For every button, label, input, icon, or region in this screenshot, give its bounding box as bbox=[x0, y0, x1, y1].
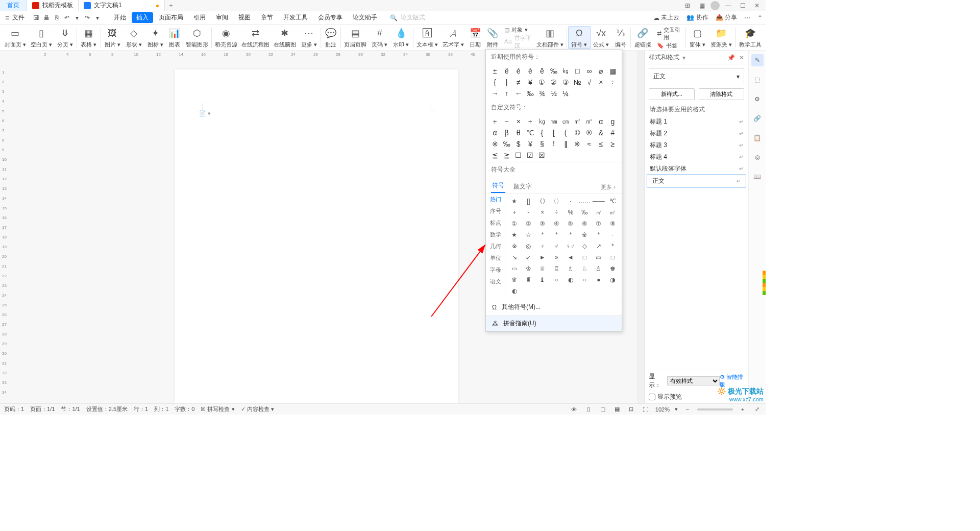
rb-watermark[interactable]: 💧水印 ▾ bbox=[390, 27, 412, 49]
rb-textbox[interactable]: 🄰文本框 ▾ bbox=[414, 27, 440, 49]
symbol-※[interactable]: ※ bbox=[489, 138, 501, 150]
symbol-−[interactable]: − bbox=[501, 116, 512, 127]
coop-link[interactable]: 👥 协作 bbox=[687, 13, 708, 22]
symbol-ë[interactable]: ë bbox=[501, 65, 512, 77]
style-item-3[interactable]: 标题 4↵ bbox=[645, 151, 748, 163]
symbol-α[interactable]: α bbox=[489, 127, 501, 138]
document-page[interactable]: 📄 ▾ bbox=[175, 69, 458, 403]
layout-icon[interactable]: ⊞ bbox=[682, 1, 693, 10]
symbol-★[interactable]: ★ bbox=[507, 196, 522, 207]
sym-pinyin[interactable]: ⁂拼音指南(U) bbox=[486, 315, 622, 331]
symbol-※[interactable]: ※ bbox=[572, 138, 583, 150]
menu-layout[interactable]: 页面布局 bbox=[154, 12, 188, 23]
sym-cat-0[interactable]: 热门 bbox=[486, 194, 505, 205]
sym-cat-6[interactable]: 字母 bbox=[486, 264, 505, 276]
style-item-5[interactable]: 正文↵ bbox=[647, 175, 746, 187]
symbol-¼[interactable]: ¼ bbox=[560, 88, 572, 99]
symbol-≠[interactable]: ≠ bbox=[512, 77, 524, 88]
symbol-！[interactable]: ！ bbox=[548, 138, 559, 150]
symbol-*[interactable]: * bbox=[606, 240, 620, 252]
pin-icon[interactable]: 📌 bbox=[727, 54, 735, 61]
rb-pagebreak[interactable]: ⤋分页 ▾ bbox=[54, 27, 76, 49]
avatar[interactable] bbox=[710, 1, 720, 10]
symbol-÷[interactable]: ÷ bbox=[524, 116, 536, 127]
rail-circle-icon[interactable]: ◎ bbox=[751, 151, 764, 163]
symbol-□[interactable]: □ bbox=[606, 252, 620, 263]
symbol-③[interactable]: ③ bbox=[560, 77, 572, 88]
style-item-4[interactable]: 默认段落字体↵ bbox=[645, 163, 748, 175]
symbol-→[interactable]: → bbox=[489, 88, 501, 99]
symbol-▦[interactable]: ▦ bbox=[607, 65, 619, 77]
symbol-②[interactable]: ② bbox=[522, 218, 536, 229]
symbol-([interactable]: ( bbox=[560, 127, 572, 138]
style-item-1[interactable]: 标题 2↵ bbox=[645, 128, 748, 139]
symbol-×[interactable]: × bbox=[535, 207, 550, 218]
collapse-ribbon[interactable]: ⌃ bbox=[757, 14, 763, 21]
rb-pagenum[interactable]: #页码 ▾ bbox=[369, 27, 390, 49]
symbol-‖[interactable]: ‖ bbox=[560, 138, 572, 150]
undo-icon[interactable]: ↶ bbox=[63, 14, 70, 21]
symbol-↙[interactable]: ↙ bbox=[522, 252, 536, 263]
symbol-®[interactable]: ® bbox=[583, 127, 595, 138]
rb-shape[interactable]: ◇形状 ▾ bbox=[123, 27, 144, 49]
symbol-㎏[interactable]: ㎏ bbox=[560, 65, 572, 77]
symbol-§[interactable]: § bbox=[536, 138, 548, 150]
zoom-out[interactable]: − bbox=[683, 406, 692, 413]
rb-symbol[interactable]: Ω符号 ▾ bbox=[568, 26, 591, 49]
symbol-☐[interactable]: ☐ bbox=[512, 150, 524, 161]
symbol-○[interactable]: ○ bbox=[578, 274, 592, 285]
symbol-♙[interactable]: ♙ bbox=[592, 263, 606, 274]
symbol-♕[interactable]: ♕ bbox=[535, 263, 550, 274]
symbol-·[interactable]: · bbox=[606, 229, 620, 240]
symbol-%[interactable]: % bbox=[564, 207, 578, 218]
rb-drop[interactable]: A≣ 首字下沉 bbox=[504, 34, 532, 50]
symbol-⌀[interactable]: ⌀ bbox=[595, 65, 607, 77]
menu-insert[interactable]: 插入 bbox=[132, 12, 153, 23]
symbol-℃[interactable]: ℃ bbox=[606, 196, 620, 207]
symbol-♔[interactable]: ♔ bbox=[522, 263, 536, 274]
rb-object[interactable]: ◫ 对象 ▾ bbox=[504, 26, 532, 34]
symbol-$[interactable]: $ bbox=[512, 138, 524, 150]
zoom-in[interactable]: + bbox=[738, 406, 747, 413]
rb-chart[interactable]: 📊图表 bbox=[166, 27, 183, 49]
file-menu[interactable]: 文件 bbox=[12, 13, 24, 22]
symbol-[[interactable]: [ bbox=[548, 127, 559, 138]
symbol-‰[interactable]: ‰ bbox=[548, 65, 559, 77]
symbol-♀♂[interactable]: ♀♂ bbox=[564, 240, 578, 252]
symbol-◎[interactable]: ◎ bbox=[522, 240, 536, 252]
symbol-+[interactable]: + bbox=[507, 207, 522, 218]
preview-icon[interactable]: ⎘ bbox=[53, 14, 60, 21]
status-content[interactable]: ✓ 内容检查 ▾ bbox=[241, 405, 274, 413]
symbol-㎡[interactable]: ㎡ bbox=[592, 207, 606, 218]
symbol-≥[interactable]: ≥ bbox=[607, 138, 619, 150]
symbol-↑[interactable]: ↑ bbox=[501, 88, 512, 99]
rb-more[interactable]: ⋯更多 ▾ bbox=[298, 27, 320, 49]
symbol-☑[interactable]: ☑ bbox=[524, 150, 536, 161]
symbol-α[interactable]: α bbox=[595, 116, 607, 127]
symbol-※[interactable]: ※ bbox=[578, 229, 592, 240]
sym-cat-2[interactable]: 标点 bbox=[486, 217, 505, 229]
symbol-¥[interactable]: ¥ bbox=[524, 138, 536, 150]
symbol-θ[interactable]: θ bbox=[512, 127, 524, 138]
current-style[interactable]: 正文▾ bbox=[649, 68, 744, 84]
symbol-#[interactable]: # bbox=[607, 127, 619, 138]
rail-settings-icon[interactable]: ⚙ bbox=[751, 93, 764, 105]
fullscreen-icon[interactable]: ⤢ bbox=[752, 406, 762, 413]
symbol-▭[interactable]: ▭ bbox=[592, 252, 606, 263]
symbol-㎝[interactable]: ㎝ bbox=[560, 116, 572, 127]
more-menu[interactable]: ⋯ bbox=[744, 14, 750, 21]
zoom-slider[interactable] bbox=[697, 408, 733, 411]
rb-pic[interactable]: 🖼图片 ▾ bbox=[102, 27, 124, 49]
redo-icon[interactable]: ↷ bbox=[84, 14, 91, 21]
symbol-&[interactable]: & bbox=[595, 127, 607, 138]
symbol-★[interactable]: ★ bbox=[507, 229, 522, 240]
clear-format-button[interactable]: 清除格式 bbox=[699, 88, 745, 100]
rail-pencil-icon[interactable]: ✎ bbox=[751, 54, 764, 66]
symbol-☒[interactable]: ☒ bbox=[536, 150, 548, 161]
menu-start[interactable]: 开始 bbox=[109, 12, 131, 23]
style-item-0[interactable]: 标题 1↵ bbox=[645, 116, 748, 128]
maximize-button[interactable]: ☐ bbox=[737, 1, 748, 10]
menu-chapter[interactable]: 章节 bbox=[256, 12, 278, 23]
symbol-⑥[interactable]: ⑥ bbox=[578, 218, 592, 229]
symbol-‰[interactable]: ‰ bbox=[578, 207, 592, 218]
